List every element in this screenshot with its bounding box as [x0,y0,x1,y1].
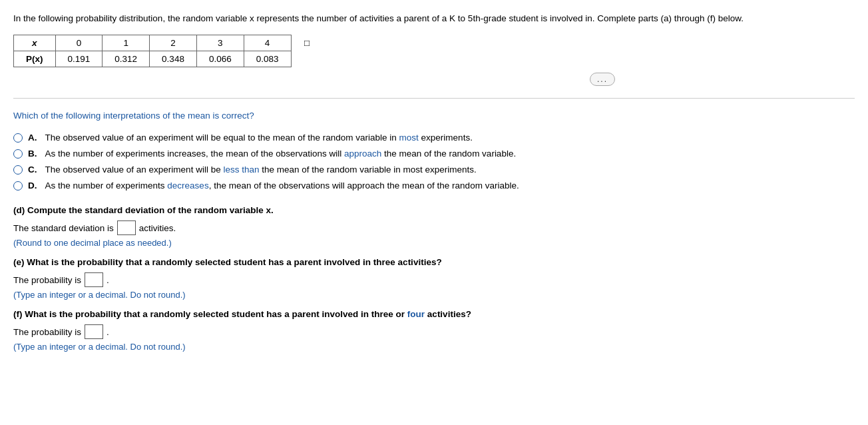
part-d-hint: (Round to one decimal place as needed.) [13,238,855,248]
table-px-3: 0.066 [196,51,244,67]
part-e-section: (e) What is the probability that a rando… [13,257,855,300]
option-b-text: As the number of experiments increases, … [45,149,517,159]
option-b-label: B. [28,149,37,159]
option-a-text: The observed value of an experiment will… [45,133,473,143]
intro-text: In the following probability distributio… [13,12,746,25]
part-d-prefix: The standard deviation is [13,223,114,233]
part-f-header-post: activities? [425,309,471,319]
option-d[interactable]: D. As the number of experiments decrease… [13,181,855,191]
option-c-label: C. [28,165,37,175]
radio-d[interactable] [13,181,23,191]
probability-table: x 0 1 2 3 4 □ P(x) 0.191 0.312 0.348 0.0… [13,35,855,67]
table-x-2: 2 [150,35,197,51]
part-f-header-pre: (f) What is the probability that a rando… [13,309,407,319]
part-d-section: (d) Compute the standard deviation of th… [13,205,855,248]
part-d-answer-line: The standard deviation is activities. [13,220,855,235]
part-e-answer-line: The probability is . [13,272,855,287]
table-x-header: x [14,35,56,51]
part-f-input[interactable] [85,324,103,339]
options-list: A. The observed value of an experiment w… [13,133,855,191]
option-d-label: D. [28,181,37,191]
radio-a[interactable] [13,133,23,143]
part-e-prefix: The probability is [13,275,81,285]
part-d-input[interactable] [117,220,136,235]
part-f-section: (f) What is the probability that a rando… [13,309,855,352]
part-f-answer-line: The probability is . [13,324,855,339]
table-px-1: 0.312 [103,51,150,67]
part-e-hint: (Type an integer or a decimal. Do not ro… [13,290,855,300]
part-d-header: (d) Compute the standard deviation of th… [13,205,855,215]
table-px-0: 0.191 [55,51,103,67]
table-x-1: 1 [103,35,150,51]
table-x-3: 3 [196,35,244,51]
table-px-2: 0.348 [150,51,197,67]
radio-b[interactable] [13,149,23,159]
option-a[interactable]: A. The observed value of an experiment w… [13,133,855,143]
table-px-4: 0.083 [244,51,291,67]
part-e-header: (e) What is the probability that a rando… [13,257,855,267]
part-f-header-four: four [407,309,425,319]
divider [13,98,855,99]
option-c-text: The observed value of an experiment will… [45,165,477,175]
option-a-label: A. [28,133,37,143]
table-expand-icon: □ [291,35,331,51]
part-e-input[interactable] [85,272,103,287]
part-d-suffix: activities. [139,223,176,233]
table-x-4: 4 [244,35,291,51]
part-f-hint: (Type an integer or a decimal. Do not ro… [13,342,855,352]
part-f-prefix: The probability is [13,327,81,337]
option-b[interactable]: B. As the number of experiments increase… [13,149,855,159]
option-d-text: As the number of experiments decreases, … [45,181,519,191]
radio-c[interactable] [13,165,23,175]
option-c[interactable]: C. The observed value of an experiment w… [13,165,855,175]
part-f-header: (f) What is the probability that a rando… [13,309,855,319]
table-x-0: 0 [55,35,103,51]
table-px-header: P(x) [14,51,56,67]
more-button[interactable]: ... [590,73,615,86]
mean-question: Which of the following interpretations o… [13,111,855,121]
